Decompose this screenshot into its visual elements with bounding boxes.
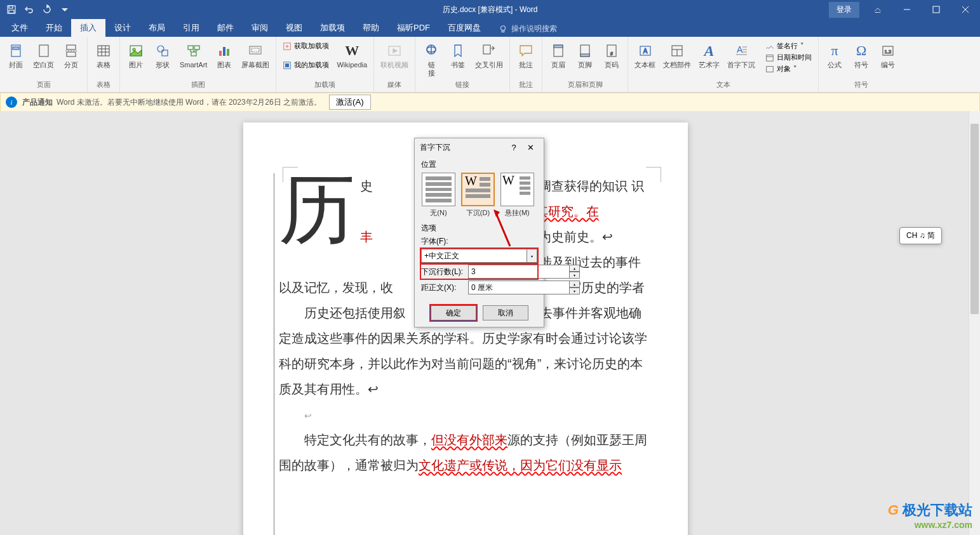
screenshot-button[interactable]: 屏幕截图: [239, 41, 272, 70]
svg-rect-11: [39, 45, 48, 56]
wordart-button[interactable]: A艺术字: [696, 41, 722, 70]
tab-references[interactable]: 引用: [174, 19, 208, 37]
save-icon[interactable]: [5, 3, 18, 16]
minimize-icon[interactable]: [892, 0, 922, 19]
chart-button[interactable]: 图表: [212, 41, 236, 70]
ime-indicator[interactable]: CH ♫ 简: [899, 227, 942, 244]
left-margin-rule: [274, 173, 274, 535]
my-addins-button[interactable]: 我的加载项: [280, 60, 332, 70]
screenshot-icon: [246, 42, 264, 60]
smartart-button[interactable]: SmartArt: [177, 41, 210, 70]
dialog-close-button[interactable]: ✕: [522, 143, 539, 152]
crossref-icon: [480, 42, 498, 60]
object-button[interactable]: 对象 ˅: [763, 63, 814, 74]
tab-file[interactable]: 文件: [3, 19, 37, 37]
svg-rect-15: [98, 46, 109, 56]
equation-icon: π: [826, 42, 843, 60]
svg-rect-24: [188, 46, 193, 50]
tab-mailings[interactable]: 邮件: [208, 19, 243, 37]
options-label: 选项: [421, 223, 537, 234]
wikipedia-button[interactable]: WWikipedia: [334, 41, 370, 70]
page-number-icon: #: [603, 42, 621, 60]
cancel-button[interactable]: 取消: [483, 305, 528, 320]
svg-rect-10: [13, 47, 19, 50]
lines-input[interactable]: [468, 265, 570, 279]
title-bar: 历史.docx [兼容模式] - Word 登录: [0, 0, 980, 19]
shapes-button[interactable]: 形状: [151, 41, 175, 70]
notice-text: Word 未激活。若要无中断地继续使用 Word，请在 2023年2月26日 之…: [57, 97, 321, 108]
svg-point-21: [133, 48, 135, 51]
position-margin[interactable]: W 悬挂(M): [500, 173, 535, 218]
position-label: 位置: [421, 159, 537, 170]
tell-me-search[interactable]: 操作说明搜索: [493, 21, 562, 37]
symbol-button[interactable]: Ω符号: [849, 41, 873, 70]
group-label: 插图: [124, 80, 272, 91]
link-button[interactable]: 链 接: [419, 41, 443, 79]
header-button[interactable]: 页眉: [546, 41, 570, 70]
tab-foxit[interactable]: 福昕PDF: [388, 19, 439, 37]
activate-button[interactable]: 激活(A): [329, 95, 371, 110]
cover-page-icon: [7, 42, 25, 60]
crossref-button[interactable]: 交叉引用: [473, 41, 506, 70]
ribbon-group-links: 链 接 书签 交叉引用 链接: [415, 37, 510, 92]
tab-design[interactable]: 设计: [105, 19, 140, 37]
ribbon-group-pages: 封面 空白页 分页 页面: [0, 37, 88, 92]
scrollbar-thumb[interactable]: [970, 124, 979, 314]
dialog-header[interactable]: 首字下沉 ? ✕: [415, 138, 544, 157]
blank-page-button[interactable]: 空白页: [30, 41, 57, 70]
svg-rect-29: [227, 49, 229, 56]
textbox-button[interactable]: A文本框: [632, 41, 658, 70]
dropcap-button[interactable]: A首字下沉: [725, 41, 758, 70]
close-icon[interactable]: [951, 0, 980, 19]
undo-icon[interactable]: [23, 3, 36, 16]
equation-button[interactable]: π公式: [822, 41, 847, 70]
get-addins-button[interactable]: 获取加载项: [280, 41, 332, 51]
footer-button[interactable]: 页脚: [573, 41, 597, 70]
menu-tabs: 文件 开始 插入 设计 布局 引用 邮件 审阅 视图 加载项 帮助 福昕PDF …: [0, 19, 980, 37]
tab-help[interactable]: 帮助: [354, 19, 388, 37]
info-icon: i: [6, 96, 17, 108]
position-none[interactable]: 无(N): [421, 173, 456, 218]
tab-baidu[interactable]: 百度网盘: [439, 19, 490, 37]
quickparts-button[interactable]: 文档部件: [661, 41, 694, 70]
number-button[interactable]: 1.2编号: [876, 41, 900, 70]
comment-button[interactable]: 批注: [514, 41, 538, 70]
vertical-scrollbar[interactable]: [969, 111, 980, 535]
tab-review[interactable]: 审阅: [243, 19, 277, 37]
tab-insert[interactable]: 插入: [71, 19, 105, 37]
online-video-button[interactable]: 联机视频: [378, 41, 411, 70]
redo-icon[interactable]: [41, 3, 53, 16]
dialog-help-button[interactable]: ?: [506, 143, 522, 152]
dialog-title: 首字下沉: [420, 142, 506, 153]
font-select[interactable]: [421, 249, 527, 263]
ribbon-group-symbols: π公式 Ω符号 1.2编号 符号: [819, 37, 904, 92]
maximize-icon[interactable]: [922, 0, 951, 19]
tab-layout[interactable]: 布局: [140, 19, 174, 37]
margin-corner-tl: [283, 167, 298, 182]
distance-spinner[interactable]: ▴▾: [570, 281, 580, 294]
position-dropped[interactable]: W 下沉(D): [460, 173, 495, 218]
ok-button[interactable]: 确定: [431, 305, 476, 320]
signature-line-button[interactable]: 签名行 ˅: [763, 41, 814, 51]
svg-rect-12: [67, 45, 76, 50]
page-break-button[interactable]: 分页: [59, 41, 83, 70]
bookmark-button[interactable]: 书签: [446, 41, 470, 70]
cover-page-button[interactable]: 封面: [4, 41, 28, 70]
tab-home[interactable]: 开始: [37, 19, 71, 37]
tab-view[interactable]: 视图: [277, 19, 311, 37]
font-dropdown-button[interactable]: ▾: [527, 249, 537, 263]
table-button[interactable]: 表格: [91, 41, 116, 70]
login-button[interactable]: 登录: [829, 2, 859, 18]
page-number-button[interactable]: #页码: [600, 41, 624, 70]
svg-rect-36: [286, 63, 289, 67]
date-time-button[interactable]: 日期和时间: [763, 52, 814, 63]
comment-icon: [517, 42, 535, 60]
tab-addins[interactable]: 加载项: [311, 19, 354, 37]
ribbon-options-icon[interactable]: [863, 0, 892, 19]
pictures-button[interactable]: 图片: [124, 41, 148, 70]
lines-spinner[interactable]: ▴▾: [570, 265, 580, 279]
lines-label: 下沉行数(L):: [421, 267, 464, 277]
distance-input[interactable]: [468, 281, 570, 294]
qat-dropdown-icon[interactable]: [58, 3, 71, 16]
margin-corner-tr: [646, 167, 661, 182]
